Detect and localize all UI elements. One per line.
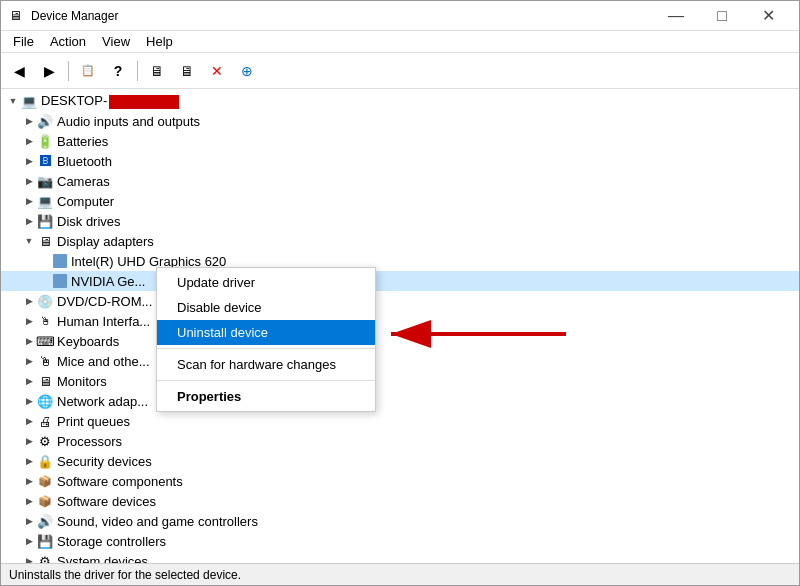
tree-item-bluetooth[interactable]: ▶ 🅱 Bluetooth xyxy=(1,151,799,171)
tree-item-network[interactable]: ▶ 🌐 Network adap... xyxy=(1,391,799,411)
hid-expand: ▶ xyxy=(21,313,37,329)
system-icon: ⚙ xyxy=(37,553,53,563)
arrow-indicator xyxy=(376,314,576,357)
display-icon: 🖥 xyxy=(37,233,53,249)
status-bar: Uninstalls the driver for the selected d… xyxy=(1,563,799,585)
nvidia-expand xyxy=(37,273,53,289)
tree-item-print[interactable]: ▶ 🖨 Print queues xyxy=(1,411,799,431)
sw-components-icon: 📦 xyxy=(37,473,53,489)
toolbar-help[interactable]: ? xyxy=(104,57,132,85)
status-text: Uninstalls the driver for the selected d… xyxy=(9,568,241,582)
hid-icon: 🖱 xyxy=(37,313,53,329)
tree-item-monitors[interactable]: ▶ 🖥 Monitors xyxy=(1,371,799,391)
display-label: Display adapters xyxy=(57,234,154,249)
nvidia-icon xyxy=(53,274,67,288)
monitors-expand: ▶ xyxy=(21,373,37,389)
ctx-properties[interactable]: Properties xyxy=(157,384,375,409)
security-expand: ▶ xyxy=(21,453,37,469)
print-label: Print queues xyxy=(57,414,130,429)
cameras-expand: ▶ xyxy=(21,173,37,189)
toolbar-properties[interactable]: 📋 xyxy=(74,57,102,85)
storage-expand: ▶ xyxy=(21,533,37,549)
ctx-separator-2 xyxy=(157,380,375,381)
ctx-scan-hardware[interactable]: Scan for hardware changes xyxy=(157,352,375,377)
tree-item-computer[interactable]: ▶ 💻 Computer xyxy=(1,191,799,211)
toolbar-display[interactable]: 🖥 xyxy=(143,57,171,85)
menu-action[interactable]: Action xyxy=(42,32,94,51)
sound-expand: ▶ xyxy=(21,513,37,529)
window-title: Device Manager xyxy=(31,9,653,23)
sw-components-label: Software components xyxy=(57,474,183,489)
mice-expand: ▶ xyxy=(21,353,37,369)
menu-file[interactable]: File xyxy=(5,32,42,51)
tree-item-audio[interactable]: ▶ 🔊 Audio inputs and outputs xyxy=(1,111,799,131)
toolbar-computer[interactable]: 🖥 xyxy=(173,57,201,85)
batteries-expand: ▶ xyxy=(21,133,37,149)
ctx-uninstall-device[interactable]: Uninstall device xyxy=(157,320,375,345)
tree-item-nvidia-gpu[interactable]: NVIDIA Ge... xyxy=(1,271,799,291)
sw-devices-icon: 📦 xyxy=(37,493,53,509)
tree-item-disk[interactable]: ▶ 💾 Disk drives xyxy=(1,211,799,231)
minimize-button[interactable]: — xyxy=(653,1,699,31)
tree-item-intel-gpu[interactable]: Intel(R) UHD Graphics 620 xyxy=(1,251,799,271)
device-manager-window: 🖥 Device Manager — □ ✕ File Action View … xyxy=(0,0,800,586)
tree-item-cameras[interactable]: ▶ 📷 Cameras xyxy=(1,171,799,191)
disk-expand: ▶ xyxy=(21,213,37,229)
root-label: DESKTOP- xyxy=(41,93,179,109)
ctx-separator-1 xyxy=(157,348,375,349)
sw-devices-expand: ▶ xyxy=(21,493,37,509)
redacted-hostname xyxy=(109,95,179,109)
nvidia-label: NVIDIA Ge... xyxy=(71,274,145,289)
computer-icon: 💻 xyxy=(37,193,53,209)
processors-label: Processors xyxy=(57,434,122,449)
menu-view[interactable]: View xyxy=(94,32,138,51)
close-button[interactable]: ✕ xyxy=(745,1,791,31)
toolbar: ◀ ▶ 📋 ? 🖥 🖥 ✕ ⊕ xyxy=(1,53,799,89)
processors-expand: ▶ xyxy=(21,433,37,449)
bluetooth-icon: 🅱 xyxy=(37,153,53,169)
maximize-button[interactable]: □ xyxy=(699,1,745,31)
tree-item-sw-devices[interactable]: ▶ 📦 Software devices xyxy=(1,491,799,511)
keyboards-icon: ⌨ xyxy=(37,333,53,349)
root-icon: 💻 xyxy=(21,93,37,109)
sound-icon: 🔊 xyxy=(37,513,53,529)
tree-item-display-adapters[interactable]: ▼ 🖥 Display adapters xyxy=(1,231,799,251)
print-expand: ▶ xyxy=(21,413,37,429)
cameras-icon: 📷 xyxy=(37,173,53,189)
menu-help[interactable]: Help xyxy=(138,32,181,51)
mice-label: Mice and othe... xyxy=(57,354,150,369)
tree-root[interactable]: ▼ 💻 DESKTOP- xyxy=(1,91,799,111)
toolbar-delete[interactable]: ✕ xyxy=(203,57,231,85)
dvd-expand: ▶ xyxy=(21,293,37,309)
app-icon: 🖥 xyxy=(9,8,25,24)
tree-item-batteries[interactable]: ▶ 🔋 Batteries xyxy=(1,131,799,151)
tree-item-sound[interactable]: ▶ 🔊 Sound, video and game controllers xyxy=(1,511,799,531)
tree-item-sw-components[interactable]: ▶ 📦 Software components xyxy=(1,471,799,491)
tree-item-system[interactable]: ▶ ⚙ System devices xyxy=(1,551,799,563)
title-bar: 🖥 Device Manager — □ ✕ xyxy=(1,1,799,31)
sw-devices-label: Software devices xyxy=(57,494,156,509)
context-menu: Update driver Disable device Uninstall d… xyxy=(156,267,376,412)
processors-icon: ⚙ xyxy=(37,433,53,449)
toolbar-forward[interactable]: ▶ xyxy=(35,57,63,85)
toolbar-separator-1 xyxy=(68,61,69,81)
toolbar-scan[interactable]: ⊕ xyxy=(233,57,261,85)
disk-icon: 💾 xyxy=(37,213,53,229)
monitors-icon: 🖥 xyxy=(37,373,53,389)
toolbar-back[interactable]: ◀ xyxy=(5,57,33,85)
ctx-update-driver[interactable]: Update driver xyxy=(157,270,375,295)
intel-icon xyxy=(53,254,67,268)
disk-label: Disk drives xyxy=(57,214,121,229)
security-label: Security devices xyxy=(57,454,152,469)
tree-item-security[interactable]: ▶ 🔒 Security devices xyxy=(1,451,799,471)
bluetooth-expand: ▶ xyxy=(21,153,37,169)
tree-item-dvd[interactable]: ▶ 💿 DVD/CD-ROM... xyxy=(1,291,799,311)
network-expand: ▶ xyxy=(21,393,37,409)
system-label: System devices xyxy=(57,554,148,564)
mice-icon: 🖱 xyxy=(37,353,53,369)
tree-item-storage[interactable]: ▶ 💾 Storage controllers xyxy=(1,531,799,551)
computer-expand: ▶ xyxy=(21,193,37,209)
display-expand: ▼ xyxy=(21,233,37,249)
tree-item-processors[interactable]: ▶ ⚙ Processors xyxy=(1,431,799,451)
ctx-disable-device[interactable]: Disable device xyxy=(157,295,375,320)
